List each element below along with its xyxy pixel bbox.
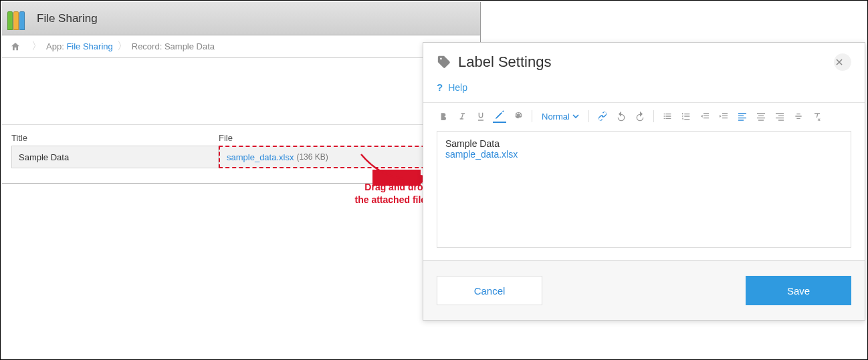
help-icon: ? (437, 81, 443, 93)
annotation-caption: Drag and drop the attached file. (295, 181, 429, 206)
format-selector[interactable]: Normal (539, 112, 582, 122)
breadcrumb-app-prefix: App: (46, 41, 64, 51)
text-color-button[interactable] (493, 110, 506, 123)
align-left-button[interactable] (736, 110, 749, 123)
align-center-button[interactable] (754, 110, 768, 123)
home-icon[interactable] (10, 41, 21, 52)
spacer (2, 58, 480, 125)
modal-title: Label Settings (458, 53, 834, 71)
title-field: Title Sample Data (11, 133, 219, 168)
align-right-button[interactable] (773, 110, 786, 123)
help-row: ? Help (423, 79, 865, 102)
app-icon (7, 7, 30, 30)
chevron-icon: 〉 (31, 39, 42, 53)
undo-button[interactable] (615, 110, 628, 123)
toolbar-sep (588, 110, 589, 122)
link-button[interactable] (596, 110, 609, 123)
rich-text-editor[interactable]: Sample Data sample_data.xlsx (437, 131, 851, 248)
app-header: File Sharing (2, 2, 480, 35)
background-color-button[interactable] (512, 110, 525, 123)
chevron-down-icon (572, 113, 579, 120)
underline-button[interactable] (474, 110, 487, 123)
annotation-line1: Drag and drop (295, 181, 429, 194)
app-window: File Sharing 〉 App: File Sharing 〉 Recor… (2, 2, 481, 184)
save-button[interactable]: Save (746, 276, 851, 305)
redo-button[interactable] (633, 110, 647, 123)
help-link[interactable]: Help (448, 82, 467, 93)
cancel-button[interactable]: Cancel (437, 276, 542, 305)
tag-icon (437, 55, 451, 69)
numbered-list-button[interactable] (679, 110, 693, 123)
strikethrough-button[interactable] (792, 110, 805, 123)
format-selector-label: Normal (542, 112, 570, 122)
modal-header: Label Settings (423, 43, 865, 79)
italic-button[interactable] (455, 110, 469, 123)
close-icon (836, 59, 843, 65)
label-settings-modal: Label Settings ? Help Normal (423, 42, 865, 321)
close-button[interactable] (834, 53, 851, 71)
bullet-list-button[interactable] (661, 110, 674, 123)
clear-format-button[interactable] (810, 110, 824, 123)
file-link[interactable]: sample_data.xlsx (227, 152, 294, 162)
breadcrumb: 〉 App: File Sharing 〉 Record: Sample Dat… (2, 35, 480, 58)
breadcrumb-record-prefix: Record: (132, 41, 162, 51)
toolbar-sep (532, 110, 532, 122)
breadcrumb-app-link[interactable]: File Sharing (66, 41, 112, 51)
editor-file-link[interactable]: sample_data.xlsx (445, 149, 843, 160)
chevron-icon: 〉 (117, 39, 128, 53)
title-value: Sample Data (11, 146, 219, 168)
modal-footer: Cancel Save (423, 260, 865, 320)
outdent-button[interactable] (698, 110, 712, 123)
editor-toolbar: Normal (423, 103, 865, 127)
indent-button[interactable] (717, 110, 730, 123)
bold-button[interactable] (437, 110, 450, 123)
editor-text-line: Sample Data (445, 138, 843, 149)
annotation-line2: the attached file. (295, 194, 429, 206)
file-size: (136 KB) (296, 152, 328, 162)
app-title: File Sharing (37, 12, 98, 25)
title-label: Title (11, 133, 219, 143)
toolbar-sep (653, 110, 654, 122)
breadcrumb-record-name: Sample Data (165, 41, 215, 51)
